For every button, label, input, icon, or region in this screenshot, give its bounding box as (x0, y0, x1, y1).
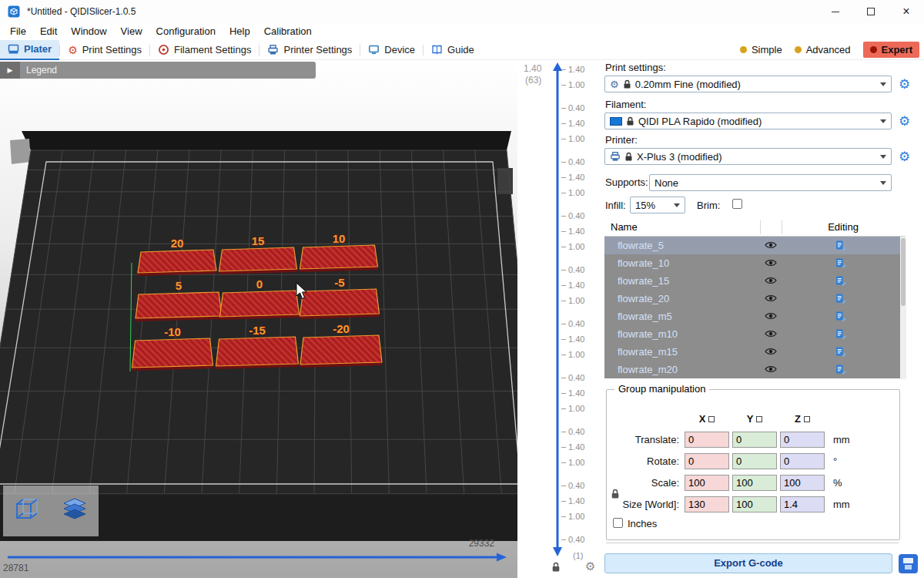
menu-file[interactable]: File (3, 23, 33, 40)
layer-height-ruler: 1.40 (63) 1.401.000.401.401.000.401.401.… (517, 60, 603, 578)
object-name: flowrate_15 (618, 275, 669, 287)
minimize-button[interactable] (818, 0, 853, 23)
ruler-tick-label: 0.40 (568, 102, 584, 113)
translate-x-input[interactable] (685, 432, 729, 448)
filament-gear-button[interactable]: ⚙ (899, 115, 910, 128)
ruler-tick-label: 0.40 (568, 264, 584, 275)
visibility-eye-icon[interactable] (765, 294, 777, 303)
edit-object-icon[interactable] (835, 311, 846, 322)
scale-y-input[interactable] (732, 475, 777, 491)
ruler-tick (561, 462, 566, 463)
ruler-gear-icon[interactable]: ⚙ (585, 560, 595, 573)
translate-y-input[interactable] (732, 432, 777, 448)
printer-gear-button[interactable]: ⚙ (899, 150, 910, 163)
tab-device[interactable]: Device (360, 40, 423, 60)
maximize-button[interactable] (853, 0, 889, 23)
brim-checkbox[interactable] (732, 199, 742, 209)
ruler-tick (561, 501, 566, 502)
export-gcode-button[interactable]: Export G-code (604, 553, 892, 573)
supports-combo[interactable]: None (649, 174, 892, 191)
edit-object-icon[interactable] (835, 293, 846, 304)
ruler-tick (561, 447, 566, 448)
filament-value: QIDI PLA Rapido (modified) (638, 116, 762, 127)
visibility-eye-icon[interactable] (765, 258, 777, 267)
object-row[interactable]: flowrate_m20 (604, 361, 905, 378)
group-manipulation-panel: Group manipulation XYZ Translate:mmRotat… (606, 389, 900, 540)
tab-print-settings[interactable]: ⚙Print Settings (60, 40, 149, 60)
visibility-eye-icon[interactable] (765, 311, 777, 321)
translate-z-input[interactable] (780, 432, 825, 448)
hslider-max-value: 29332 (469, 538, 494, 549)
3d-editor-view-button[interactable] (3, 486, 51, 536)
edit-object-icon[interactable] (835, 275, 846, 287)
menu-edit[interactable]: Edit (33, 23, 64, 40)
object-row[interactable]: flowrate_m10 (604, 325, 905, 343)
menu-window[interactable]: Window (64, 23, 113, 40)
scale-z-input[interactable] (780, 475, 825, 491)
edit-object-icon[interactable] (835, 364, 846, 375)
legend-toggle[interactable]: ▶ Legend (0, 62, 316, 79)
filament-combo[interactable]: QIDI PLA Rapido (modified) (604, 113, 892, 129)
legend-label: Legend (26, 65, 57, 76)
menu-configuration[interactable]: Configuration (149, 23, 223, 40)
legend-expand-icon[interactable]: ▶ (0, 62, 20, 79)
print-settings-combo[interactable]: ⚙ 0.20mm Fine (modified) (604, 76, 892, 92)
object-row[interactable]: flowrate_m5 (604, 307, 905, 325)
tab-plater[interactable]: Plater (0, 40, 59, 60)
3d-viewport[interactable]: 20151050-5-10-15-20 ▶ Legend 29332 28781 (0, 60, 517, 578)
visibility-eye-icon[interactable] (765, 329, 777, 338)
infill-combo[interactable]: 15% (630, 197, 685, 213)
scale-x-input[interactable] (685, 475, 729, 491)
ruler-tick-label: 1.40 (568, 442, 584, 452)
uniform-scale-lock-icon[interactable] (611, 489, 620, 502)
visibility-eye-icon[interactable] (765, 240, 777, 250)
preview-layers-view-button[interactable] (51, 486, 99, 536)
edit-object-icon[interactable] (835, 240, 846, 251)
tab-filament-settings[interactable]: Filament Settings (150, 40, 259, 60)
tab-guide[interactable]: Guide (424, 40, 482, 60)
infill-label: Infill: (605, 200, 626, 211)
printer-combo[interactable]: X-Plus 3 (modified) (604, 148, 892, 165)
visibility-eye-icon[interactable] (765, 365, 777, 374)
menu-help[interactable]: Help (223, 23, 257, 40)
object-row[interactable]: flowrate_10 (604, 254, 905, 272)
printer-value: X-Plus 3 (modified) (637, 151, 722, 163)
object-row[interactable]: flowrate_m15 (604, 343, 905, 361)
visibility-eye-icon[interactable] (765, 276, 777, 285)
rotate-z-input[interactable] (780, 453, 825, 469)
ruler-tick-label: 1.00 (568, 79, 584, 90)
list-scrollbar[interactable] (900, 237, 906, 379)
visibility-eye-icon[interactable] (765, 347, 777, 356)
title-bar: *Untitled - QIDISlicer-1.0.5 × (0, 0, 924, 23)
object-row[interactable]: flowrate_15 (604, 272, 905, 290)
ruler-top-value: 1.40 (524, 63, 541, 74)
close-button[interactable]: × (889, 0, 924, 23)
translate-label: Translate: (607, 434, 679, 445)
rotate-y-input[interactable] (732, 453, 777, 469)
send-to-device-button[interactable] (898, 553, 919, 574)
filament-label: Filament: (605, 99, 646, 110)
size-world-z-input[interactable] (780, 496, 825, 512)
mode-advanced[interactable]: Advanced (795, 44, 851, 55)
object-row[interactable]: flowrate_5 (604, 237, 905, 254)
ruler-tick-label: 1.00 (568, 241, 584, 252)
ruler-lock-icon[interactable] (551, 562, 561, 576)
print-settings-gear-button[interactable]: ⚙ (899, 78, 910, 91)
menu-calibration[interactable]: Calibration (257, 23, 319, 40)
view-toggle-group (3, 486, 99, 536)
size-world-x-input[interactable] (685, 496, 729, 512)
tab-printer-settings[interactable]: Printer Settings (259, 40, 360, 60)
mode-expert[interactable]: Expert (863, 42, 919, 58)
edit-object-icon[interactable] (835, 257, 846, 269)
mode-simple[interactable]: Simple (740, 44, 782, 55)
edit-object-icon[interactable] (835, 328, 846, 340)
inches-checkbox[interactable] (613, 518, 623, 528)
object-row[interactable]: flowrate_20 (604, 290, 905, 307)
edit-object-icon[interactable] (835, 346, 846, 358)
ruler-tick (561, 177, 566, 178)
list-scrollbar-thumb[interactable] (901, 238, 906, 306)
translate-unit: mm (833, 434, 850, 445)
size-world-y-input[interactable] (732, 496, 777, 512)
rotate-x-input[interactable] (685, 453, 729, 469)
menu-view[interactable]: View (114, 23, 149, 40)
